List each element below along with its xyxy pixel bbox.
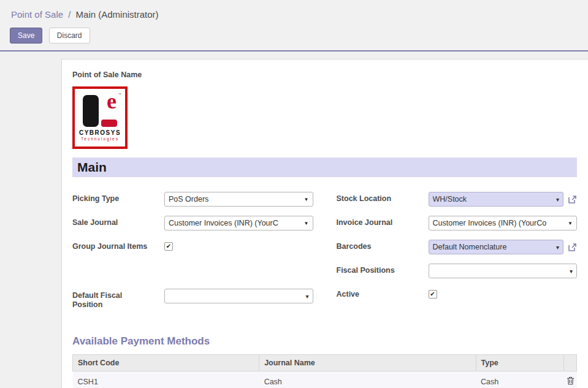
toolbar: Save Discard	[10, 28, 588, 44]
breadcrumb-current: Main (Administrator)	[76, 9, 159, 20]
form-right-column: Stock Location WH/Stock ▾ Invoice Journa…	[337, 192, 578, 319]
default-fiscal-position-label: Default Fiscal Position	[72, 289, 164, 310]
dropdown-caret-icon: ▾	[570, 268, 573, 275]
column-header-type[interactable]: Type	[476, 355, 564, 371]
sale-journal-value: Customer Invoices (INR) (YourC	[169, 219, 301, 227]
pos-name-input[interactable]: Main	[72, 158, 577, 177]
dropdown-caret-icon: ▼	[568, 221, 573, 226]
payment-methods-table: Short Code Journal Name Type CSH1 Cash C…	[72, 354, 577, 388]
dropdown-caret-icon: ▾	[556, 244, 559, 251]
dropdown-caret-icon: ▼	[304, 221, 309, 226]
logo-trademark: ™	[118, 93, 121, 96]
active-checkbox[interactable]: ✔	[429, 290, 437, 299]
dropdown-caret-icon: ▾	[305, 293, 308, 300]
control-panel: Point of Sale / Main (Administrator) Sav…	[0, 0, 588, 51]
fiscal-positions-field[interactable]: ▾	[429, 264, 578, 278]
breadcrumb: Point of Sale / Main (Administrator)	[11, 9, 588, 21]
breadcrumb-parent-link[interactable]: Point of Sale	[11, 9, 63, 20]
form-spacer	[72, 261, 313, 289]
save-button[interactable]: Save	[10, 28, 42, 44]
stock-location-field[interactable]: WH/Stock ▾	[429, 192, 564, 207]
invoice-journal-value: Customer Invoices (INR) (YourCo	[433, 219, 565, 227]
payment-methods-heading: Available Payment Methods	[72, 335, 577, 348]
logo-red-block	[101, 120, 117, 127]
cell-journal-name[interactable]: Cash	[259, 371, 476, 388]
barcodes-value: Default Nomenclature	[433, 243, 553, 251]
group-journal-items-checkbox[interactable]: ✔	[164, 242, 173, 251]
group-journal-items-label: Group Journal Items	[72, 240, 164, 251]
table-header-row: Short Code Journal Name Type	[73, 355, 577, 371]
invoice-journal-select[interactable]: Customer Invoices (INR) (YourCo ▼	[429, 216, 578, 230]
sale-journal-label: Sale Journal	[72, 216, 164, 227]
form-left-column: Picking Type PoS Orders ▼ Sale Journal C…	[72, 192, 313, 319]
dropdown-caret-icon: ▼	[304, 197, 309, 202]
cell-short-code[interactable]: CSH1	[73, 371, 259, 388]
stock-location-value: WH/Stock	[433, 195, 553, 204]
trash-icon	[567, 378, 575, 387]
column-header-delete	[564, 355, 577, 371]
picking-type-value: PoS Orders	[169, 195, 301, 204]
barcodes-label: Barcodes	[337, 240, 429, 251]
invoice-journal-label: Invoice Journal	[337, 216, 429, 227]
picking-type-label: Picking Type	[72, 192, 164, 204]
fiscal-positions-label: Fiscal Positions	[337, 264, 429, 275]
logo-mark-icon: e ™	[83, 95, 117, 127]
logo-letter: e	[107, 90, 116, 112]
column-header-short-code[interactable]: Short Code	[73, 355, 259, 371]
active-label: Active	[337, 287, 429, 299]
column-header-journal-name[interactable]: Journal Name	[259, 355, 476, 371]
check-icon: ✔	[166, 243, 171, 249]
sale-journal-select[interactable]: Customer Invoices (INR) (YourC ▼	[164, 216, 313, 230]
content-area: Point of Sale Name e ™ CYBROSYS Technolo…	[0, 51, 588, 388]
picking-type-select[interactable]: PoS Orders ▼	[164, 192, 313, 207]
logo-subtitle-text: Technologies	[81, 137, 119, 141]
external-link-icon[interactable]	[568, 243, 577, 252]
check-icon: ✔	[430, 291, 435, 297]
logo-brand-text: CYBROSYS	[79, 129, 121, 136]
default-fiscal-position-field[interactable]: ▾	[164, 289, 313, 303]
discard-button[interactable]: Discard	[49, 28, 90, 44]
external-link-icon[interactable]	[568, 195, 577, 204]
table-row[interactable]: CSH1 Cash Cash	[73, 371, 577, 388]
cell-type[interactable]: Cash	[476, 371, 564, 388]
company-logo[interactable]: e ™ CYBROSYS Technologies	[72, 86, 128, 149]
barcodes-field[interactable]: Default Nomenclature ▾	[429, 240, 564, 254]
logo-black-bar	[83, 95, 99, 127]
form-grid: Picking Type PoS Orders ▼ Sale Journal C…	[72, 192, 577, 319]
form-sheet: Point of Sale Name e ™ CYBROSYS Technolo…	[61, 59, 588, 388]
breadcrumb-separator: /	[68, 9, 71, 20]
stock-location-label: Stock Location	[337, 192, 429, 204]
pos-name-label: Point of Sale Name	[72, 70, 577, 79]
delete-row-button[interactable]	[564, 371, 577, 388]
dropdown-caret-icon: ▾	[556, 196, 559, 203]
